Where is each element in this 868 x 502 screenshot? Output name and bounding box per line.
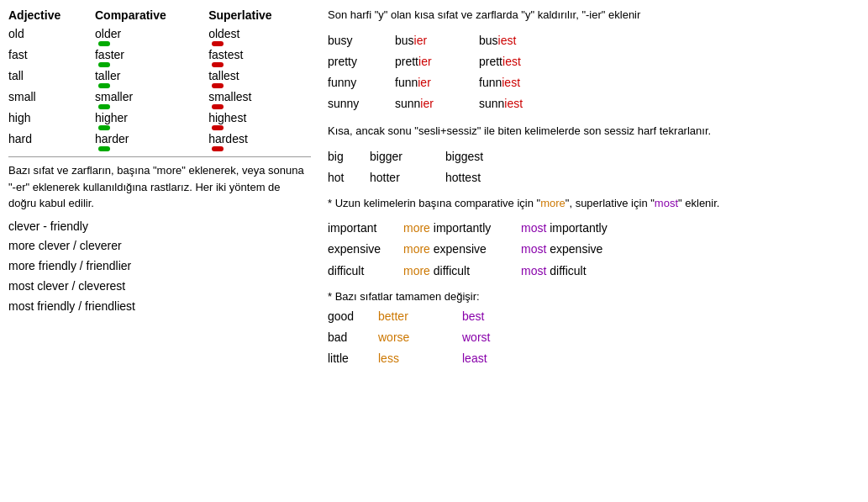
comparative-dot [98,125,110,130]
y-word-comparative: sunnier [395,93,479,114]
y-word-superlative: funniest [479,72,580,93]
irreg-word-comparative: better [378,306,462,327]
superlative-dot [212,41,224,46]
left-panel: Adjective Comparative Superlative oldold… [8,7,311,369]
comparative-dot [98,62,110,67]
table-row: hardharderhardest [8,130,311,151]
y-words-section: busybusierbusiestprettyprettierprettiest… [328,30,860,115]
adjective-comparative: older [95,25,208,46]
comparative-dot [98,104,110,109]
divider [8,156,311,157]
comparative-dot [98,83,110,88]
adjective-comparative: smaller [95,88,208,109]
clever-item: most clever / cleverest [8,277,311,297]
adjective-base: high [8,109,95,130]
more-word-superlative: most expensive [521,239,647,260]
y-word-base: busy [328,30,395,51]
irregular-section: goodbetterbestbadworseworstlittlelesslea… [328,306,860,370]
adjective-superlative: oldest [208,25,311,46]
table-row: fastfasterfastest [8,46,311,67]
clever-item: most friendly / friendliest [8,297,311,317]
table-row: oldolderoldest [8,25,311,46]
col-header-superlative: Superlative [208,7,311,25]
double-words-section: bigbiggerbiggesthothotterhottest [328,146,860,188]
y-word-comparative: funnier [395,72,479,93]
irreg-word-superlative: least [462,348,546,369]
col-header-adjective: Adjective [8,7,95,25]
longer-note-text: * Uzun kelimelerin başına comparative iç… [328,197,860,209]
more-word-comparative: more difficult [403,261,521,282]
irreg-word-comparative: less [378,348,462,369]
superlative-dot [212,146,224,151]
more-word-comparative: more importantly [403,218,521,239]
adjective-comparative: higher [95,109,208,130]
y-word-superlative: busiest [479,30,580,51]
more-word-superlative: most difficult [521,261,647,282]
double-word-comparative: bigger [370,146,445,167]
more-word-superlative: most importantly [521,218,647,239]
more-word-base: difficult [328,261,403,282]
double-word-base: hot [328,167,370,188]
adjective-superlative: fastest [208,46,311,67]
more-word-base: important [328,218,403,239]
double-word-comparative: hotter [370,167,445,188]
adjective-comparative: faster [95,46,208,67]
adjective-base: hard [8,130,95,151]
irreg-word-base: good [328,306,378,327]
right-panel: Son harfi "y" olan kısa sıfat ve zarflar… [311,7,860,369]
adjective-base: tall [8,67,95,88]
adjective-base: small [8,88,95,109]
adjective-superlative: hardest [208,130,311,151]
clever-item: clever - friendly [8,217,311,237]
superlative-dot [212,62,224,67]
irreg-word-superlative: worst [462,327,546,348]
more-most-section: importantmore importantlymost importantl… [328,218,860,282]
adjective-table: Adjective Comparative Superlative oldold… [8,7,311,151]
irreg-word-comparative: worse [378,327,462,348]
rule-y-text: Son harfi "y" olan kısa sıfat ve zarflar… [328,7,860,24]
table-row: smallsmallersmallest [8,88,311,109]
table-row: highhigherhighest [8,109,311,130]
page-container: Adjective Comparative Superlative oldold… [8,7,860,369]
adjective-base: fast [8,46,95,67]
y-word-superlative: sunniest [479,93,580,114]
comparative-dot [98,146,110,151]
double-word-superlative: biggest [445,146,529,167]
col-header-comparative: Comparative [95,7,208,25]
y-word-comparative: prettier [395,51,479,72]
adjective-superlative: highest [208,109,311,130]
clever-item: more friendly / friendlier [8,256,311,277]
adjective-comparative: harder [95,130,208,151]
y-word-base: funny [328,72,395,93]
irreg-word-base: bad [328,327,378,348]
y-word-base: pretty [328,51,395,72]
y-word-superlative: prettiest [479,51,580,72]
double-word-superlative: hottest [445,167,529,188]
rule-double-text: Kısa, ancak sonu "sesli+sessiz" ile bite… [328,123,860,140]
irreg-word-superlative: best [462,306,546,327]
more-word-comparative: more expensive [403,239,521,260]
y-word-comparative: busier [395,30,479,51]
table-row: talltallertallest [8,67,311,88]
adjective-base: old [8,25,95,46]
adjective-comparative: taller [95,67,208,88]
irreg-word-base: little [328,348,378,369]
irreg-note-text: * Bazı sıfatlar tamamen değişir: [328,290,860,303]
clever-item: more clever / cleverer [8,236,311,256]
clever-section: clever - friendlymore clever / clevererm… [8,217,311,317]
adjective-superlative: tallest [208,67,311,88]
superlative-dot [212,125,224,130]
adjective-superlative: smallest [208,88,311,109]
comparative-dot [98,41,110,46]
more-word-base: expensive [328,239,403,260]
superlative-dot [212,83,224,88]
double-word-base: big [328,146,370,167]
both-ways-note: Bazı sıfat ve zarfların, başına "more" e… [8,162,311,212]
y-word-base: sunny [328,93,395,114]
superlative-dot [212,104,224,109]
